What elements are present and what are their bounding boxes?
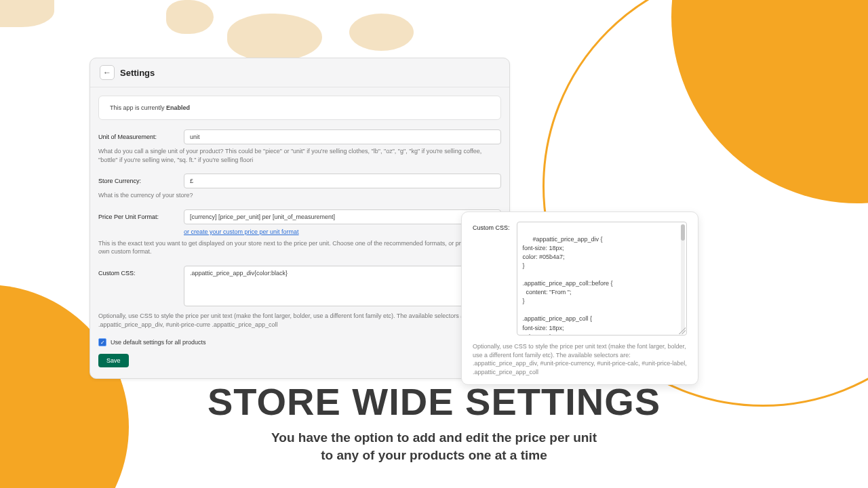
unit-label: Unit of Measurement: <box>98 129 184 140</box>
scrollbar-track[interactable] <box>681 224 685 333</box>
save-button[interactable]: Save <box>98 354 129 367</box>
custom-format-link[interactable]: or create your custom price per unit for… <box>184 228 299 235</box>
bg-blob-beige <box>349 14 414 51</box>
check-icon: ✓ <box>100 340 105 346</box>
unit-help: What do you call a single unit of your p… <box>98 147 501 164</box>
popup-css-label: Custom CSS: <box>473 222 510 336</box>
arrow-left-icon: ← <box>103 68 111 77</box>
hero-subtitle: You have the option to add and edit the … <box>0 429 868 464</box>
format-label: Price Per Unit Format: <box>98 209 184 220</box>
currency-label: Store Currency: <box>98 174 184 184</box>
currency-help: What is the currency of your store? <box>98 191 501 200</box>
bg-blob-beige <box>0 0 54 27</box>
defaults-checkbox[interactable]: ✓ <box>98 338 106 346</box>
scrollbar-thumb[interactable] <box>681 224 685 241</box>
app-status-state: Enabled <box>166 104 190 111</box>
page-title: Settings <box>120 68 155 78</box>
app-status-box: This app is currently Enabled <box>98 96 501 120</box>
custom-css-help: Optionally, use CSS to style the price p… <box>98 312 501 329</box>
bg-blob-beige <box>166 0 214 34</box>
resize-handle-icon[interactable] <box>679 327 686 334</box>
defaults-checkbox-row[interactable]: ✓ Use default settings for all products <box>98 338 501 346</box>
custom-css-label: Custom CSS: <box>98 266 184 277</box>
panel-header: ← Settings <box>90 58 509 87</box>
popup-css-code: #appattic_price_app_div { font-size: 18p… <box>523 236 613 336</box>
format-select-value: [currency] [price_per_unit] per [unit_of… <box>190 214 335 220</box>
currency-input[interactable] <box>184 174 501 188</box>
custom-css-input[interactable] <box>184 266 501 306</box>
hero-sub-line2: to any of your products one at a time <box>321 448 547 462</box>
hero-sub-line1: You have the option to add and edit the … <box>271 430 597 445</box>
format-select[interactable]: [currency] [price_per_unit] per [unit_of… <box>184 209 501 224</box>
format-help: This is the exact text you want to get d… <box>98 239 501 256</box>
hero-section: STORE WIDE SETTINGS You have the option … <box>0 380 868 464</box>
back-button[interactable]: ← <box>100 65 115 80</box>
settings-panel: ← Settings This app is currently Enabled… <box>90 58 510 379</box>
unit-input[interactable] <box>184 129 501 144</box>
custom-css-popup: Custom CSS: #appattic_price_app_div { fo… <box>461 211 698 385</box>
defaults-checkbox-label: Use default settings for all products <box>111 339 206 346</box>
hero-title: STORE WIDE SETTINGS <box>0 380 868 424</box>
app-status-prefix: This app is currently <box>110 104 166 111</box>
popup-css-help: Optionally, use CSS to style the price p… <box>473 342 687 376</box>
popup-css-textarea[interactable]: #appattic_price_app_div { font-size: 18p… <box>517 222 687 336</box>
bg-blob-beige <box>227 14 322 61</box>
